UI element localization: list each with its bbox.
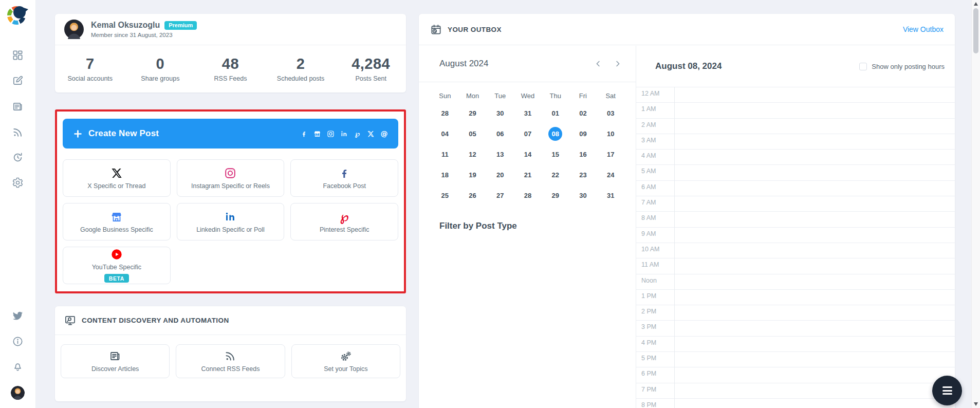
calendar-day-10[interactable]: 10	[597, 123, 624, 144]
sidebar-item-schedule[interactable]	[0, 152, 35, 163]
calendar-day-30[interactable]: 30	[569, 185, 597, 206]
calendar-day-03[interactable]: 03	[597, 103, 624, 123]
hour-row-11-am[interactable]: 11 AM	[636, 258, 955, 273]
calendar-day-25[interactable]: 25	[431, 185, 459, 206]
sidebar-item-settings[interactable]	[0, 177, 35, 189]
calendar-day-29[interactable]: 29	[542, 185, 569, 206]
calendar-day-14[interactable]: 14	[514, 144, 542, 164]
post-tile-x-specific-or-thread[interactable]: X Specific or Thread	[63, 159, 171, 197]
calendar-day-30[interactable]: 30	[486, 103, 514, 123]
hour-row-noon[interactable]: Noon	[636, 274, 955, 289]
calendar-day-24[interactable]: 24	[597, 164, 624, 185]
hour-row-2-am[interactable]: 2 AM	[636, 118, 955, 134]
calendar-day-01[interactable]: 01	[542, 103, 569, 123]
sidebar-item-compose[interactable]	[0, 75, 35, 86]
hour-row-9-am[interactable]: 9 AM	[636, 227, 955, 243]
sidebar-item-twitter[interactable]	[0, 310, 35, 322]
calendar-day-08[interactable]: 08	[542, 123, 569, 144]
hour-row-2-pm[interactable]: 2 PM	[636, 305, 955, 320]
calendar-day-22[interactable]: 22	[542, 164, 569, 185]
calendar-pane: August 2024 SunMonTueWedThuFriSat2829303…	[419, 46, 636, 408]
scrollbar-thumb[interactable]	[973, 8, 978, 53]
threads-icon: @	[380, 130, 388, 138]
sidebar-item-rss[interactable]	[0, 126, 35, 138]
calendar-day-12[interactable]: 12	[459, 144, 487, 164]
hour-row-8-am[interactable]: 8 AM	[636, 211, 955, 227]
sidebar-item-bell[interactable]	[0, 361, 35, 373]
calendar-day-20[interactable]: 20	[486, 164, 514, 185]
post-tile-youtube-specific[interactable]: YouTube Specific BETA	[63, 247, 171, 284]
post-tile-pinterest-specific[interactable]: ℘ Pinterest Specific	[290, 203, 398, 240]
calendar-day-11[interactable]: 11	[431, 144, 459, 164]
scroll-up-arrow[interactable]	[974, 2, 978, 6]
view-outbox-link[interactable]: View Outbox	[903, 25, 944, 33]
hour-row-5-pm[interactable]: 5 PM	[636, 351, 955, 367]
calendar-day-28[interactable]: 28	[431, 103, 459, 123]
hour-row-1-am[interactable]: 1 AM	[636, 102, 955, 118]
hour-row-12-am[interactable]: 12 AM	[636, 87, 955, 102]
hour-row-3-pm[interactable]: 3 PM	[636, 320, 955, 336]
pinterest-icon: ℘	[354, 130, 361, 138]
hour-row-6-am[interactable]: 6 AM	[636, 180, 955, 196]
show-posting-hours-toggle[interactable]: Show only posting hours	[859, 63, 945, 70]
sidebar-item-articles[interactable]	[0, 101, 35, 113]
calendar-day-31[interactable]: 31	[597, 185, 624, 206]
page-scrollbar[interactable]	[971, 0, 980, 408]
post-tile-instagram-specific-or-reels[interactable]: Instagram Specific or Reels	[177, 159, 285, 197]
scroll-down-arrow[interactable]	[974, 402, 978, 406]
calendar-day-23[interactable]: 23	[569, 164, 597, 185]
discovery-tile-discover-articles[interactable]: Discover Articles	[61, 344, 170, 378]
calendar-day-29[interactable]: 29	[459, 103, 487, 123]
post-tile-google-business-specific[interactable]: Google Business Specific	[63, 203, 171, 240]
hour-row-5-am[interactable]: 5 AM	[636, 164, 955, 180]
create-new-post-button[interactable]: Create New Post ℘@	[63, 119, 398, 149]
posting-hours-checkbox[interactable]	[859, 63, 867, 70]
calendar-day-13[interactable]: 13	[486, 144, 514, 164]
quick-menu-fab[interactable]	[932, 376, 962, 405]
calendar-day-27[interactable]: 27	[486, 185, 514, 206]
post-tile-linkedin-specific-or-poll[interactable]: Linkedin Specific or Poll	[177, 203, 285, 240]
calendar-day-04[interactable]: 04	[431, 123, 459, 144]
sidebar-item-user-avatar[interactable]	[0, 386, 35, 400]
youtube-icon	[110, 248, 123, 261]
calendar-day-19[interactable]: 19	[459, 164, 487, 185]
post-tile-facebook-post[interactable]: Facebook Post	[290, 159, 398, 197]
calendar-day-07[interactable]: 07	[514, 123, 542, 144]
calendar-day-17[interactable]: 17	[597, 144, 624, 164]
calendar-day-06[interactable]: 06	[486, 123, 514, 144]
discovery-tile-connect-rss-feeds[interactable]: Connect RSS Feeds	[176, 344, 285, 378]
sidebar-item-dashboard[interactable]	[0, 49, 35, 61]
calendar-day-09[interactable]: 09	[569, 123, 597, 144]
hour-row-3-am[interactable]: 3 AM	[636, 134, 955, 149]
platform-icons-row: ℘@	[300, 130, 388, 138]
calendar-next-button[interactable]	[613, 59, 622, 68]
hour-label: 6 PM	[641, 370, 656, 377]
calendar-day-28[interactable]: 28	[514, 185, 542, 206]
hour-row-4-pm[interactable]: 4 PM	[636, 336, 955, 351]
discovery-tile-set-your-topics[interactable]: Set your Topics	[291, 344, 400, 378]
hour-row-6-pm[interactable]: 6 PM	[636, 367, 955, 382]
hour-row-8-pm[interactable]: 8 PM	[636, 398, 955, 408]
sidebar-item-info[interactable]	[0, 336, 35, 347]
calendar-day-02[interactable]: 02	[569, 103, 597, 123]
hour-row-7-pm[interactable]: 7 PM	[636, 383, 955, 398]
calendar-day-21[interactable]: 21	[514, 164, 542, 185]
linkedin-icon	[224, 211, 236, 223]
content-discovery-card: CONTENT DISCOVERY AND AUTOMATION Discove…	[55, 306, 406, 401]
socialbee-logo[interactable]	[6, 4, 29, 26]
hour-row-4-am[interactable]: 4 AM	[636, 149, 955, 164]
profile-avatar[interactable]	[64, 20, 84, 39]
hour-row-10-am[interactable]: 10 AM	[636, 243, 955, 258]
hour-label: 8 PM	[641, 401, 656, 408]
hour-label: 7 AM	[641, 199, 656, 206]
hour-row-1-pm[interactable]: 1 PM	[636, 289, 955, 305]
calendar-day-31[interactable]: 31	[514, 103, 542, 123]
calendar-day-26[interactable]: 26	[459, 185, 487, 206]
create-post-card: Create New Post ℘@ X Specific or Thread …	[55, 109, 406, 293]
calendar-day-16[interactable]: 16	[569, 144, 597, 164]
hour-row-7-am[interactable]: 7 AM	[636, 196, 955, 211]
calendar-day-15[interactable]: 15	[542, 144, 569, 164]
calendar-day-05[interactable]: 05	[459, 123, 487, 144]
calendar-prev-button[interactable]	[594, 59, 603, 68]
calendar-day-18[interactable]: 18	[431, 164, 459, 185]
